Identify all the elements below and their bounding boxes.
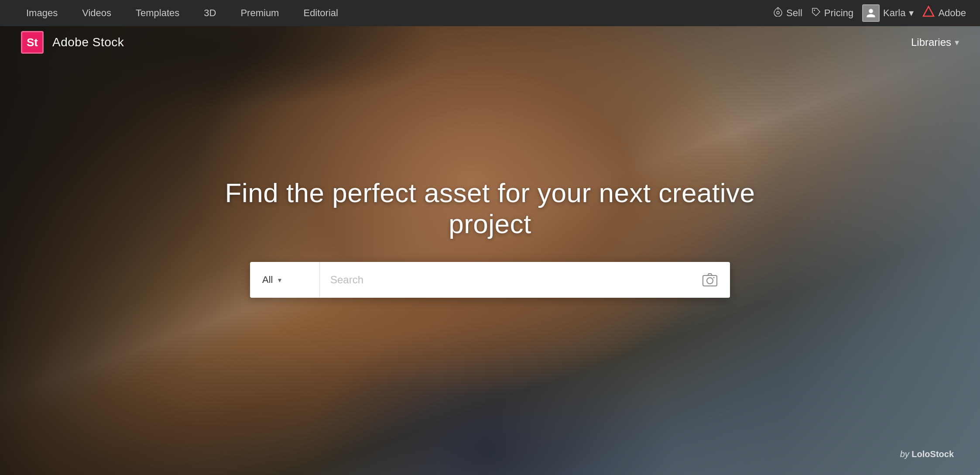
attribution-prefix: by [900, 449, 909, 459]
libraries-chevron-icon: ▾ [955, 37, 959, 48]
sell-button[interactable]: Sell [773, 7, 802, 19]
libraries-button[interactable]: Libraries ▾ [911, 36, 959, 48]
hero-content: Find the perfect asset for your next cre… [0, 26, 980, 475]
visual-search-button[interactable] [690, 262, 730, 298]
search-category-dropdown[interactable]: All ▾ [250, 262, 320, 298]
nav-item-premium[interactable]: Premium [228, 0, 291, 26]
adobe-icon [922, 6, 935, 21]
search-bar: All ▾ [250, 262, 730, 298]
top-navigation: Images Videos Templates 3D Premium Edito… [0, 0, 980, 26]
svg-point-4 [707, 278, 713, 284]
adobe-label: Adobe [938, 7, 966, 19]
stock-bar: St Adobe Stock Libraries ▾ [0, 26, 980, 59]
nav-item-videos[interactable]: Videos [70, 0, 123, 26]
svg-point-2 [814, 10, 815, 11]
pricing-label: Pricing [824, 7, 853, 19]
search-category-label: All [262, 274, 273, 286]
search-input[interactable] [330, 274, 679, 286]
search-input-wrapper [320, 262, 690, 298]
nav-item-3d[interactable]: 3D [192, 0, 228, 26]
svg-rect-3 [703, 275, 717, 286]
user-menu[interactable]: Karla ▾ [862, 4, 914, 22]
user-name: Karla [883, 7, 905, 19]
sell-icon [773, 7, 783, 19]
svg-point-5 [713, 277, 715, 279]
adobe-logo[interactable]: Adobe [922, 6, 966, 21]
user-chevron-icon: ▾ [909, 7, 914, 19]
nav-right: Sell Pricing Karla ▾ [773, 4, 966, 22]
pricing-button[interactable]: Pricing [811, 7, 853, 19]
nav-item-images[interactable]: Images [14, 0, 70, 26]
hero-section: St Adobe Stock Libraries ▾ Find the perf… [0, 0, 980, 475]
stock-logo: St Adobe Stock [21, 31, 124, 54]
nav-item-templates[interactable]: Templates [123, 0, 192, 26]
nav-left: Images Videos Templates 3D Premium Edito… [14, 0, 773, 26]
stock-title: Adobe Stock [52, 35, 124, 49]
pricing-icon [811, 7, 821, 19]
libraries-label: Libraries [911, 36, 951, 48]
avatar [862, 4, 880, 22]
sell-label: Sell [786, 7, 802, 19]
search-category-chevron-icon: ▾ [278, 276, 281, 284]
st-badge: St [21, 31, 44, 54]
attribution-brand: LoloStock [911, 449, 954, 459]
hero-headline: Find the perfect asset for your next cre… [185, 177, 795, 239]
nav-item-editorial[interactable]: Editorial [291, 0, 350, 26]
svg-point-0 [777, 11, 779, 14]
attribution: by LoloStock [900, 449, 954, 459]
